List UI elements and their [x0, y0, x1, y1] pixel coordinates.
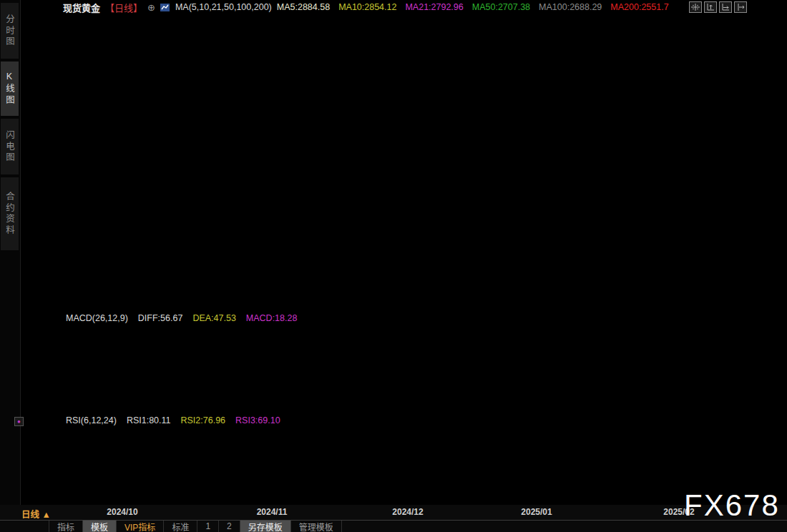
rsi-header: RSI(6,12,24) RSI1:80.11 RSI2:76.96 RSI3:… — [66, 415, 280, 425]
symbol-name: 现货黄金 — [63, 1, 100, 14]
ma-chart-icon — [160, 3, 170, 12]
time-axis-row: 日线 ▲ 2024/10 2024/11 2024/12 2025/01 202… — [0, 505, 787, 520]
toolbar-item-1[interactable]: 1 — [197, 521, 219, 532]
sidebar-tab-contract-info[interactable]: 合约资料 — [1, 177, 19, 250]
rsi-panel-settings-icon[interactable]: ● — [14, 417, 24, 426]
rsi1-readout: RSI1:80.11 — [127, 415, 171, 425]
left-tab-bar: 分时图 K线图 闪电图 合约资料 — [0, 0, 21, 505]
toolbar-label: 指标 — [57, 521, 74, 532]
macd-header: MACD(26,12,9) DIFF:56.67 DEA:47.53 MACD:… — [66, 313, 297, 323]
period-dropdown[interactable]: 日线 ▲ — [21, 507, 51, 521]
sidebar-tab-lightning[interactable]: 闪电图 — [1, 119, 19, 174]
toolbar-item-standard[interactable]: 标准 — [164, 521, 197, 532]
ma-params-label: MA(5,10,21,50,100,200) — [175, 2, 272, 12]
toolbar-label: VIP指标 — [124, 521, 155, 532]
macd-title: MACD(26,12,9) — [66, 313, 128, 323]
date-tick: 2024/12 — [392, 507, 423, 517]
toolbar-label: 另存模板 — [248, 521, 283, 532]
toolbar-label: 2 — [227, 521, 232, 531]
toolbar-label: 1 — [205, 521, 210, 531]
sidebar-tab-kline[interactable]: K线图 — [1, 61, 19, 116]
toolbar-item-save-template[interactable]: 另存模板 — [240, 521, 291, 532]
pan-right-icon[interactable] — [734, 1, 747, 13]
chart-control-icons — [689, 1, 747, 13]
fx678-watermark: FX678 — [684, 491, 780, 521]
macd-dea-readout: DEA:47.53 — [192, 313, 235, 323]
ma200-readout: MA200:2551.7 — [610, 2, 668, 12]
toolbar-item-manage-template[interactable]: 管理模板 — [291, 521, 342, 532]
rsi3-readout: RSI3:69.10 — [235, 415, 280, 425]
chart-header: 现货黄金 【日线】 ⊕ MA(5,10,21,50,100,200) MA5:2… — [63, 0, 669, 14]
date-tick: 2025/01 — [521, 507, 552, 517]
toolbar-label: 标准 — [172, 521, 189, 532]
ma5-readout: MA5:2884.58 — [277, 2, 330, 12]
sidebar-tab-label: 合约资料 — [3, 192, 16, 236]
ma10-readout: MA10:2854.12 — [338, 2, 396, 12]
sidebar-tab-label: 闪电图 — [3, 130, 16, 164]
ma50-readout: MA50:2707.38 — [472, 2, 530, 12]
toolbar-label: 模板 — [91, 521, 108, 532]
sidebar-tab-timeshare[interactable]: 分时图 — [1, 3, 19, 59]
zoom-axis-up-icon[interactable] — [704, 1, 717, 13]
toolbar-item-template[interactable]: 模板 — [83, 521, 117, 532]
rsi-title: RSI(6,12,24) — [66, 415, 117, 425]
zoom-axis-right-icon[interactable] — [719, 1, 732, 13]
macd-bar-readout: MACD:18.28 — [246, 313, 298, 323]
bottom-toolbar: 指标 模板 VIP指标 标准 1 2 另存模板 管理模板 — [0, 520, 787, 532]
rsi2-readout: RSI2:76.96 — [181, 415, 226, 425]
macd-diff-readout: DIFF:56.67 — [138, 313, 183, 323]
chart-canvas[interactable] — [0, 0, 787, 532]
period-tag: 【日线】 — [105, 1, 142, 14]
date-tick: 2024/10 — [107, 507, 137, 517]
expand-icon[interactable]: ⊕ — [147, 2, 155, 13]
sidebar-tab-label: 分时图 — [3, 14, 16, 48]
crosshair-icon[interactable] — [689, 1, 702, 13]
trading-app-window: 分时图 K线图 闪电图 合约资料 现货黄金 【日线】 ⊕ MA(5,10,21,… — [0, 0, 787, 532]
ma-readouts: MA5:2884.58 MA10:2854.12 MA21:2792.96 MA… — [277, 2, 669, 12]
toolbar-item-indicators[interactable]: 指标 — [49, 521, 83, 532]
sidebar-tab-label: K线图 — [3, 72, 16, 106]
toolbar-label: 管理模板 — [299, 521, 333, 532]
toolbar-item-vip-indicators[interactable]: VIP指标 — [117, 521, 164, 532]
toolbar-item-2[interactable]: 2 — [219, 521, 240, 532]
date-tick: 2024/11 — [257, 507, 288, 517]
ma100-readout: MA100:2688.29 — [539, 2, 602, 12]
ma21-readout: MA21:2792.96 — [405, 2, 463, 12]
